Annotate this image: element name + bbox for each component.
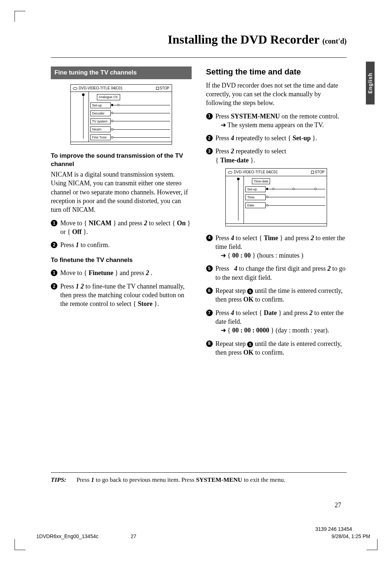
section-bar-finetune: Fine tuning the TV channels [51, 66, 192, 79]
osd1-row: Nicam [90, 126, 111, 132]
footer-code: 3139 246 13454 [315, 526, 352, 532]
left-subhead-finetune: To finetune the TV channels [51, 256, 192, 265]
page-number: 27 [335, 501, 341, 509]
left-sound-step2: Press 1 to confirm. [60, 241, 110, 249]
step-bullet-2b: 2 [51, 283, 57, 290]
title-suffix: (cont'd) [322, 37, 347, 45]
tips-section: TIPS: Press 1 to go back to previous men… [51, 472, 347, 484]
r-bullet-3: 3 [206, 148, 213, 154]
r-bullet-6: 6 [206, 287, 213, 294]
r-bullet-2: 2 [206, 135, 213, 141]
inline-bullet-5b: 5 [247, 342, 253, 347]
r-step8: Repeat step 5 until the date is entered … [216, 339, 347, 357]
osd1-row: TV system [90, 118, 111, 124]
osd1-stop: STOP [160, 86, 170, 90]
title-main: Installing the DVD Recorder [168, 33, 322, 46]
osd-diagram-timedate: DVD-VIDEO-TITLE 04|C01 STOP Time-date Se… [225, 168, 327, 226]
footer-date: 9/28/04, 1:25 PM [331, 533, 370, 539]
osd1-row: Set-up [90, 102, 111, 108]
osd2-row: Date [245, 202, 266, 208]
r-step7: Press 4 to select { Date } and press 2 t… [216, 308, 347, 335]
r-step2: Press 4 repeatedly to select { Set-up }. [216, 134, 317, 142]
crop-mark [15, 539, 25, 550]
osd1-tag: Analogue Ch. [97, 94, 121, 100]
left-subhead-sound: To improve the sound transmission of the… [51, 152, 192, 169]
r-bullet-4: 4 [206, 235, 213, 241]
r-step1: Press SYSTEM-MENU on the remote control.… [216, 112, 339, 130]
inline-bullet-5: 5 [247, 288, 253, 294]
r-step6: Repeat step 5 until the time is entered … [216, 286, 347, 304]
left-ft-step1: Move to { Finetune } and press 2 . [60, 269, 152, 277]
tips-label: TIPS: [51, 476, 66, 483]
osd1-row: Fine Tune [90, 134, 111, 140]
left-column: Fine tuning the TV channels DVD-VIDEO-TI… [51, 66, 192, 357]
right-heading: Setting the time and date [206, 66, 347, 77]
footer-page: 27 [131, 533, 136, 539]
right-column: Setting the time and date If the DVD rec… [206, 66, 347, 357]
step-bullet-1b: 1 [51, 270, 57, 276]
footer-file: 1DVDR6xx_Eng00_13454c [36, 533, 98, 539]
r-bullet-5: 5 [206, 265, 213, 272]
footer: 1DVDR6xx_Eng00_13454c 27 9/28/04, 1:25 P… [36, 533, 370, 539]
r-bullet-8: 8 [206, 340, 213, 347]
r-step5: Press 4 to change the first digit and pr… [216, 264, 347, 282]
r-step3: Press 2 repeatedly to select{ Time-date … [216, 147, 286, 165]
title-rule [51, 57, 347, 58]
r-bullet-7: 7 [206, 310, 213, 316]
crop-mark [15, 11, 25, 22]
language-tab: English [366, 62, 375, 105]
osd2-stop: STOP [315, 170, 324, 174]
page-title: Installing the DVD Recorder (cont'd) [51, 33, 347, 47]
osd2-title: DVD-VIDEO-TITLE 04|C01 [234, 170, 278, 174]
osd2-tag: Time-date [252, 178, 270, 184]
right-intro: If the DVD recorder does not set the tim… [206, 81, 347, 108]
left-ft-step2: Press 1 2 to fine-tune the TV channel ma… [60, 282, 192, 308]
osd-diagram-analogue: DVD-VIDEO-TITLE 04|C01 STOP Analogue Ch.… [70, 84, 172, 145]
osd2-row: Set-up [245, 186, 266, 192]
left-sound-step1: Move to { NICAM } and press 2 to select … [60, 219, 192, 237]
step-bullet-2: 2 [51, 242, 57, 248]
r-bullet-1: 1 [206, 113, 213, 120]
tips-text: Press 1 to go back to previous menu item… [77, 476, 285, 483]
osd1-title: DVD-VIDEO-TITLE 04|C01 [79, 86, 123, 90]
step-bullet-1: 1 [51, 220, 57, 226]
osd2-row: Time [245, 194, 266, 200]
left-sound-para: NICAM is a digital sound transmission sy… [51, 170, 192, 214]
osd1-row: Decoder [90, 110, 111, 116]
crop-mark [367, 539, 377, 550]
r-step4: Press 4 to select { Time } and press 2 t… [216, 234, 347, 260]
